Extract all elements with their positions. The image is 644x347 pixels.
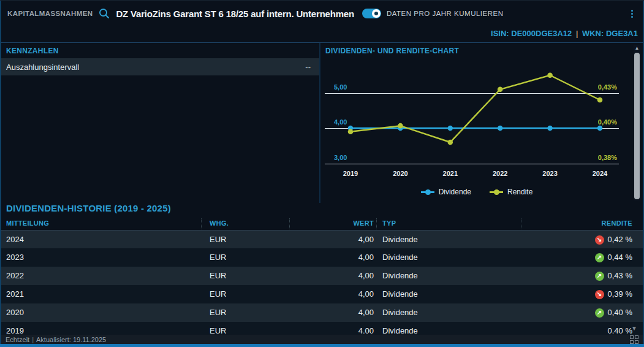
rendite-cell: ↗0,44 %: [510, 248, 632, 267]
value-cell: 4,00: [289, 285, 374, 303]
legend-item-dividende[interactable]: Dividende: [421, 188, 471, 196]
table-row[interactable]: 2023EUR4,00Dividende↗0,44 %: [1, 248, 643, 267]
column-separator: [201, 218, 202, 229]
kennzahl-label: Auszahlungsintervall: [6, 63, 79, 72]
rendite-value: 0,42 %: [608, 231, 632, 249]
footer-status-text: Echtzeit|Aktualisiert: 19.11.2025: [6, 336, 106, 343]
type-cell: Dividende: [382, 285, 418, 303]
isin-value: DE000DGE3A12: [511, 29, 572, 38]
legend-item-rendite[interactable]: Rendite: [490, 188, 532, 196]
kennzahlen-row-auszahlungsintervall[interactable]: Auszahlungsintervall --: [1, 58, 319, 75]
updated-label: Aktualisiert: 19.11.2025: [36, 336, 106, 343]
search-icon[interactable]: [98, 7, 110, 20]
rendite-data-point[interactable]: [448, 140, 453, 145]
value-cell: 4,00: [289, 303, 374, 322]
rendite-data-point[interactable]: [597, 97, 603, 103]
rendite-value: 0,43 %: [608, 267, 632, 285]
cumulate-toggle-label: DATEN PRO JAHR KUMULIEREN: [387, 10, 504, 17]
chart-legend: Dividende Rendite: [320, 188, 633, 196]
mitteilung-cell: 2022: [6, 267, 24, 285]
wkn-label: WKN:: [582, 29, 604, 38]
rendite-data-point[interactable]: [398, 123, 403, 129]
type-cell: Dividende: [382, 303, 418, 322]
trend-up-arrow-icon: ↗: [595, 253, 604, 262]
scrollbar-up-arrow-icon[interactable]: ▲: [634, 45, 640, 51]
currency-cell: EUR: [210, 248, 226, 267]
mitteilung-cell: 2021: [6, 285, 24, 303]
rendite-value: 0,39 %: [608, 285, 632, 303]
rendite-value: 0,44 %: [608, 248, 632, 267]
realtime-label: Echtzeit: [6, 336, 29, 343]
dividende-data-point[interactable]: [597, 126, 603, 131]
legend-label: Rendite: [507, 188, 532, 196]
rendite-line-marker-icon: [490, 189, 503, 195]
dividende-line-marker-icon: [421, 189, 434, 195]
column-separator: [521, 218, 521, 229]
cumulate-toggle[interactable]: [362, 9, 381, 18]
rendite-cell: ↗0,40 %: [510, 303, 632, 322]
table-row[interactable]: 2020EUR4,00Dividende↗0,40 %: [1, 303, 643, 322]
type-cell: Dividende: [382, 231, 418, 249]
rendite-data-point[interactable]: [498, 86, 503, 92]
module-label: KAPITALMASSNAHMEN: [7, 10, 93, 17]
layout-grid-icon[interactable]: [630, 335, 638, 344]
table-row[interactable]: 2022EUR4,00Dividende↗0,43 %: [1, 267, 643, 285]
rendite-cell: ↗0,43 %: [510, 267, 632, 285]
trend-down-arrow-icon: ↘: [595, 235, 604, 245]
footer-separator: |: [29, 336, 36, 343]
kennzahl-value: --: [305, 63, 311, 72]
dividende-data-point[interactable]: [448, 126, 453, 131]
value-cell: 4,00: [289, 267, 374, 285]
status-footer: Echtzeit|Aktualisiert: 19.11.2025: [1, 335, 643, 345]
column-header-typ[interactable]: TYP: [382, 219, 396, 227]
chart-series-svg: [320, 43, 643, 185]
kebab-menu-icon[interactable]: [627, 7, 637, 20]
currency-cell: EUR: [210, 285, 226, 303]
rendite-cell: ↘0,42 %: [510, 231, 632, 249]
type-cell: Dividende: [382, 267, 418, 285]
rendite-line: [350, 75, 600, 142]
toggle-knob-icon: [372, 9, 381, 18]
rendite-value: 0,40 %: [608, 303, 632, 322]
column-header-mitteilung[interactable]: MITTEILUNG: [6, 219, 49, 227]
dividende-data-point[interactable]: [547, 126, 553, 131]
history-table-header: MITTEILUNG WHG. WERT TYP RENDITE: [1, 218, 643, 230]
column-header-wert[interactable]: WERT: [289, 219, 374, 227]
column-separator: [289, 218, 290, 229]
legend-label: Dividende: [439, 188, 471, 196]
column-separator: [376, 218, 377, 229]
dividende-data-point[interactable]: [498, 126, 503, 131]
value-cell: 4,00: [289, 231, 374, 249]
kennzahlen-title: KENNZAHLEN: [1, 43, 319, 58]
window-border-left: [0, 1, 1, 347]
chart-plot-area: 5,000,43%4,000,40%3,000,38%2019202020212…: [320, 43, 643, 185]
currency-cell: EUR: [210, 303, 226, 322]
table-row[interactable]: 2024EUR4,00Dividende↘0,42 %: [1, 230, 643, 248]
history-section-title: DIVIDENDEN-HISTORIE (2019 - 2025): [6, 203, 171, 213]
column-header-rendite[interactable]: RENDITE: [521, 219, 632, 227]
kennzahlen-panel: KENNZAHLEN Auszahlungsintervall --: [1, 43, 319, 203]
chart-scrollbar[interactable]: ▲: [634, 45, 640, 200]
currency-cell: EUR: [210, 267, 226, 285]
table-row[interactable]: 2021EUR4,00Dividende↘0,39 %: [1, 285, 643, 303]
scrollbar-thumb[interactable]: [634, 53, 640, 199]
trend-up-arrow-icon: ↗: [595, 308, 604, 318]
window-border-bottom: [0, 344, 644, 347]
mitteilung-cell: 2024: [6, 231, 24, 249]
mitteilung-cell: 2020: [6, 303, 24, 322]
mitteilung-cell: 2023: [6, 248, 24, 267]
app-window: KAPITALMASSNAHMEN DZ VarioZins Garant ST…: [0, 0, 644, 347]
column-header-whg[interactable]: WHG.: [210, 219, 229, 227]
instrument-ids: ISIN: DE000DGE3A12 | WKN: DGE3A1: [491, 29, 638, 38]
type-cell: Dividende: [382, 248, 418, 267]
wkn-value: DGE3A1: [606, 29, 638, 38]
trend-up-arrow-icon: ↗: [595, 272, 604, 281]
value-cell: 4,00: [289, 248, 374, 267]
rendite-data-point[interactable]: [547, 72, 553, 78]
trend-down-arrow-icon: ↘: [595, 290, 604, 299]
rendite-data-point[interactable]: [348, 129, 354, 134]
rendite-cell: ↘0,39 %: [510, 285, 632, 303]
dividend-chart-panel: DIVIDENDEN- UND RENDITE-CHART 5,000,43%4…: [319, 43, 643, 203]
isin-label: ISIN:: [491, 29, 509, 38]
table-scroll-down-icon[interactable]: ▼: [631, 325, 637, 332]
